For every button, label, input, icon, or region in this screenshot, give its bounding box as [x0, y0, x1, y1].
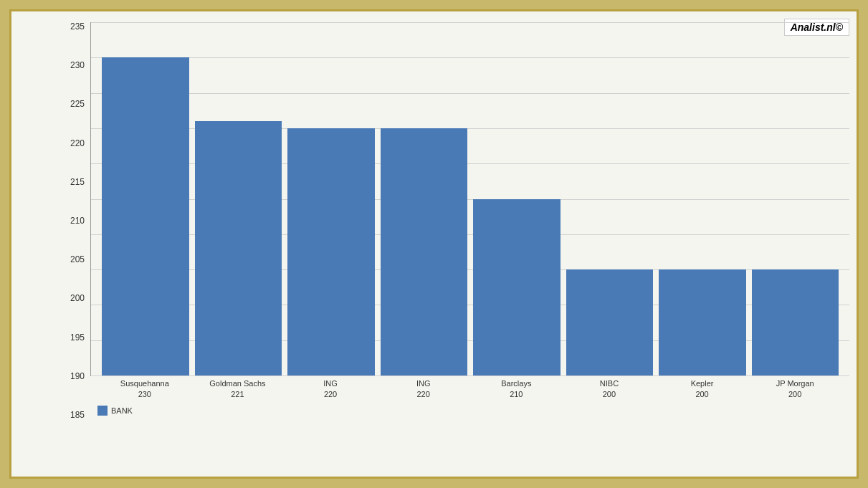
bar [287, 128, 375, 375]
y-axis-label: 215 [70, 178, 85, 186]
bar-group [381, 22, 468, 375]
y-axis-label: 190 [70, 372, 85, 381]
y-axis-label: 225 [70, 100, 85, 108]
x-label-group: Barclays210 [473, 376, 561, 419]
x-bank-name: JP Morgan [776, 379, 814, 388]
x-bank-name: Barclays [501, 379, 531, 388]
y-axis-label: 195 [70, 333, 85, 342]
bar-group [566, 22, 654, 375]
x-bar-value: 220 [324, 390, 337, 398]
bars-wrapper [91, 22, 849, 375]
x-label-group: Goldman Sachs221 [194, 376, 282, 419]
y-axis-label: 185 [70, 411, 85, 419]
chart-container: Analist.nl© 2352302252202152102052001951… [9, 9, 859, 479]
x-bank-name: Susquehanna [120, 379, 169, 388]
y-axis-label: 220 [70, 139, 85, 148]
x-bank-name: Kepler [691, 379, 714, 388]
plot-area [90, 22, 849, 376]
bar [752, 269, 839, 375]
bar-group [659, 22, 746, 375]
x-bar-value: 220 [417, 390, 430, 398]
y-axis-label: 210 [70, 216, 85, 225]
y-axis-label: 200 [70, 294, 85, 302]
y-axis: 235230225220215210205200195190185 [54, 22, 90, 419]
bar [195, 121, 282, 375]
x-bank-name: NIBC [600, 379, 619, 388]
bar-group [752, 22, 839, 375]
x-label-group: JP Morgan200 [751, 376, 839, 419]
legend-label: BANK [111, 406, 133, 415]
legend-color-box [97, 406, 108, 416]
x-bar-value: 221 [231, 390, 244, 398]
x-bank-name: Goldman Sachs [209, 379, 265, 388]
x-bar-value: 200 [603, 390, 616, 398]
bar [659, 269, 746, 375]
x-bank-name: ING [416, 379, 431, 388]
bar [381, 128, 468, 375]
chart-area: 235230225220215210205200195190185 Susque… [54, 22, 849, 419]
y-axis-label: 235 [70, 22, 85, 31]
bar-group [287, 22, 375, 375]
y-axis-label: 230 [70, 61, 85, 70]
bar-group [473, 22, 561, 375]
x-label-group: ING220 [287, 376, 374, 419]
x-label-group: Kepler200 [659, 376, 746, 419]
y-axis-label: 205 [70, 255, 85, 264]
bar [566, 269, 654, 375]
x-bar-value: 200 [788, 390, 801, 398]
x-label-group: NIBC200 [566, 376, 653, 419]
bar [102, 57, 189, 375]
x-bar-value: 210 [510, 390, 523, 398]
legend-area: BANK [97, 406, 133, 416]
x-label-group: ING220 [380, 376, 467, 419]
x-bar-value: 200 [695, 390, 708, 398]
x-bank-name: ING [323, 379, 338, 388]
bar-group [195, 22, 282, 375]
x-labels-area: Susquehanna230Goldman Sachs221ING220ING2… [90, 376, 849, 419]
bar [473, 199, 561, 376]
bar-group [102, 22, 189, 375]
x-bar-value: 230 [138, 390, 151, 398]
